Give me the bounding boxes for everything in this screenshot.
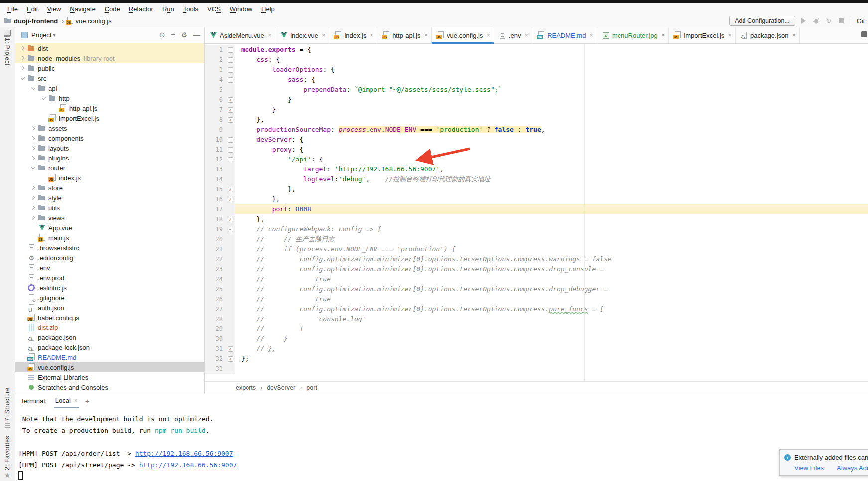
chevron-right-icon[interactable]	[29, 213, 38, 222]
tree-item-.env.prod[interactable]: .env.prod	[15, 273, 204, 283]
tree-item-readme.md[interactable]: README.md	[15, 352, 204, 362]
code-line-28[interactable]: 28 // 'console.log'	[205, 314, 868, 324]
fold-collapse-icon[interactable]: −	[228, 147, 233, 153]
tree-item-layouts[interactable]: layouts	[15, 143, 204, 153]
code-line-17[interactable]: 17 port: 8008	[205, 204, 868, 214]
menu-refactor[interactable]: Refactor	[124, 5, 158, 13]
tree-item-public[interactable]: public	[15, 63, 204, 73]
tree-item-.gitignore[interactable]: .gitignore	[15, 293, 204, 303]
editor-tab-index.js[interactable]: index.js×	[329, 27, 377, 43]
chevron-right-icon[interactable]	[29, 124, 38, 133]
code-line-18[interactable]: 18∧ },	[205, 214, 868, 224]
code-line-27[interactable]: 27 // config.optimization.minimizer[0].o…	[205, 304, 868, 314]
code-line-1[interactable]: 1−module.exports = {	[205, 45, 868, 55]
code-line-20[interactable]: 20 // // 生产去除日志	[205, 234, 868, 244]
fold-collapse-icon[interactable]: −	[228, 47, 233, 53]
code-breadcrumb-devserver[interactable]: devServer	[267, 384, 295, 391]
code-line-26[interactable]: 26 // true	[205, 294, 868, 304]
menu-vcs[interactable]: VCS	[203, 5, 225, 13]
tree-item-dist.zip[interactable]: dist.zip	[15, 322, 204, 332]
fold-collapse-icon[interactable]: −	[228, 137, 233, 143]
terminal-tab-local[interactable]: Local ×	[54, 394, 79, 408]
editor-tab-package.json[interactable]: package.json×	[736, 27, 800, 43]
tree-item-style[interactable]: style	[15, 193, 204, 203]
editor-tab-vue.config.js[interactable]: vue.config.js×	[432, 27, 494, 43]
chevron-down-icon[interactable]	[39, 94, 48, 103]
menu-navigate[interactable]: Navigate	[65, 5, 100, 13]
code-line-29[interactable]: 29 // ]	[205, 324, 868, 334]
fold-end-icon[interactable]: ∧	[228, 97, 233, 103]
tree-item-.env[interactable]: .env	[15, 263, 204, 273]
code-line-10[interactable]: 10− devServer: {	[205, 135, 868, 145]
tree-item-main.js[interactable]: main.js	[15, 233, 204, 243]
chevron-right-icon[interactable]	[29, 203, 38, 212]
tree-item-app.vue[interactable]: App.vue	[15, 223, 204, 233]
code-line-4[interactable]: 4− sass: {	[205, 75, 868, 85]
tree-item-plugins[interactable]: plugins	[15, 153, 204, 163]
tree-item-http[interactable]: http	[15, 93, 204, 103]
code-line-7[interactable]: 7∧ }	[205, 105, 868, 115]
editor-tab-menurouter.jpg[interactable]: menuRouter.jpg×	[597, 27, 669, 43]
editor-tab-.env[interactable]: .env×	[494, 27, 532, 43]
tree-item-index.js[interactable]: index.js	[15, 173, 204, 183]
chevron-right-icon[interactable]	[18, 54, 27, 63]
code-line-6[interactable]: 6∧ }	[205, 95, 868, 105]
chevron-right-icon[interactable]	[18, 44, 27, 53]
fold-end-icon[interactable]: ∧	[228, 107, 233, 113]
code-line-14[interactable]: 14 logLevel:'debug', //控制台终端打印代理前的真实地址	[205, 174, 868, 184]
code-line-13[interactable]: 13 target: 'http://192.168.66.56:9007',	[205, 164, 868, 174]
fold-end-icon[interactable]: ∧	[228, 217, 233, 222]
fold-end-icon[interactable]: ∧	[228, 187, 233, 192]
close-icon[interactable]: ×	[525, 33, 529, 38]
code-line-21[interactable]: 21 // if (process.env.NODE_ENV === 'prod…	[205, 244, 868, 254]
menu-code[interactable]: Code	[100, 5, 124, 13]
fold-end-icon[interactable]: ∧	[228, 356, 233, 362]
fold-end-icon[interactable]: ∧	[228, 346, 233, 352]
breadcrumb-file[interactable]: vue.config.js	[75, 17, 111, 25]
tree-item-scratches-and-consoles[interactable]: Scratches and Consoles	[15, 382, 204, 392]
tree-item-external-libraries[interactable]: External Libraries	[15, 372, 204, 382]
close-icon[interactable]: ×	[268, 33, 272, 38]
menu-run[interactable]: Run	[158, 5, 179, 13]
tree-item-utils[interactable]: utils	[15, 203, 204, 213]
gear-icon[interactable]: ⚙	[181, 31, 187, 39]
tree-item-importexcel.js[interactable]: importExcel.js	[15, 113, 204, 123]
tree-item-vue.config.js[interactable]: vue.config.js	[15, 362, 204, 372]
terminal-link[interactable]: http://192.168.66.56:9007	[139, 461, 237, 469]
tree-item-dist[interactable]: dist	[15, 43, 204, 53]
chevron-down-icon[interactable]	[29, 163, 38, 172]
fold-collapse-icon[interactable]: −	[228, 227, 233, 232]
tree-item-package-lock.json[interactable]: package-lock.json	[15, 342, 204, 352]
stripe-button-project[interactable]: 1: Project	[4, 30, 11, 66]
fold-end-icon[interactable]: ∧	[228, 117, 233, 123]
code-line-2[interactable]: 2− css: {	[205, 55, 868, 65]
tree-item-assets[interactable]: assets	[15, 123, 204, 133]
code-line-8[interactable]: 8∧ },	[205, 115, 868, 125]
tree-item-router[interactable]: router	[15, 163, 204, 173]
code-line-22[interactable]: 22 // config.optimization.minimizer[0].o…	[205, 254, 868, 264]
fold-end-icon[interactable]: ∧	[228, 197, 233, 202]
tree-item-babel.config.js[interactable]: babel.config.js	[15, 313, 204, 322]
close-icon[interactable]: ×	[486, 33, 490, 38]
menu-tools[interactable]: Tools	[179, 5, 203, 13]
close-icon[interactable]: ×	[661, 33, 665, 38]
editor-tab-http-api.js[interactable]: http-api.js×	[377, 27, 432, 43]
fold-collapse-icon[interactable]: −	[228, 57, 233, 63]
menu-window[interactable]: Window	[225, 5, 257, 13]
chevron-down-icon[interactable]	[18, 74, 27, 83]
tree-item-.eslintrc.js[interactable]: .eslintrc.js	[15, 283, 204, 293]
menu-view[interactable]: View	[42, 5, 65, 13]
chevron-right-icon[interactable]	[18, 64, 27, 73]
menu-file[interactable]: File	[3, 5, 22, 13]
fold-collapse-icon[interactable]: −	[228, 77, 233, 83]
code-line-3[interactable]: 3− loaderOptions: {	[205, 65, 868, 75]
code-line-25[interactable]: 25 // config.optimization.minimizer[0].o…	[205, 284, 868, 294]
code-line-11[interactable]: 11− proxy: {	[205, 145, 868, 155]
close-icon[interactable]: ×	[370, 33, 374, 38]
menu-edit[interactable]: Edit	[22, 5, 42, 13]
code-line-31[interactable]: 31∧ // },	[205, 344, 868, 354]
breadcrumb-project[interactable]: duoji-frontend	[14, 17, 58, 25]
tree-item-.editorconfig[interactable]: ⚙.editorconfig	[15, 253, 204, 263]
code-line-12[interactable]: 12− '/api': {	[205, 155, 868, 164]
terminal-link[interactable]: http://192.168.66.56:9007	[135, 450, 233, 457]
